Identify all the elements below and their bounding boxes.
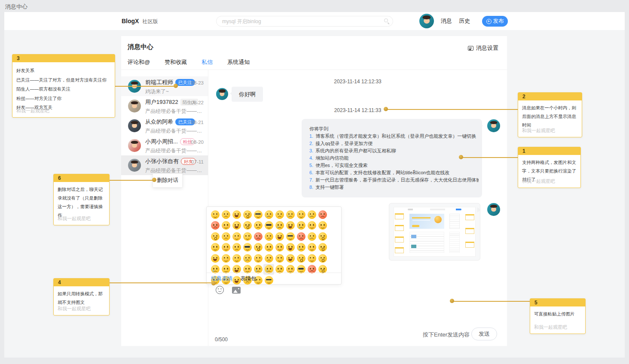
emoji[interactable]: [285, 253, 296, 264]
delete-conversation-menu-item[interactable]: 删除对话: [153, 174, 182, 187]
emoji[interactable]: [253, 253, 263, 264]
annotation-line: [110, 282, 214, 283]
publish-button[interactable]: 发布: [482, 16, 508, 27]
emoji-face-icon: [275, 243, 284, 252]
emoji[interactable]: [253, 209, 263, 220]
list-number: 5.: [309, 163, 313, 168]
emoji-face-icon: [286, 243, 295, 252]
app-header: BlogX社区版 消息 历史 发布: [4, 12, 625, 30]
emoji[interactable]: [220, 253, 231, 264]
message-list-item: 4.增加站内信功能: [309, 155, 479, 162]
emoji[interactable]: [263, 209, 274, 220]
message-settings-icon: [468, 46, 473, 51]
conversation-item[interactable]: 从众的阿希 已关注 08-21 产品经理必备干货——实用高效...: [121, 116, 208, 136]
emoji[interactable]: [242, 231, 253, 242]
user-avatar[interactable]: [419, 14, 434, 28]
emoji-face-icon: [265, 254, 273, 263]
nav-history[interactable]: 历史: [459, 12, 470, 30]
emoji[interactable]: [306, 220, 317, 231]
emoji[interactable]: [317, 220, 328, 231]
emoji[interactable]: [274, 231, 285, 242]
emoji[interactable]: [296, 253, 306, 264]
list-number: 3.: [309, 148, 313, 153]
emoji[interactable]: [253, 220, 263, 231]
emoji[interactable]: [306, 253, 317, 264]
conversation-item[interactable]: 小张小张自有... 好友 07-11 产品经理必备干货——实用高效...: [121, 155, 208, 175]
emoji-face-icon: [265, 210, 273, 219]
emoji[interactable]: [306, 242, 317, 253]
emoji[interactable]: [242, 253, 253, 264]
conversation-avatar: [128, 100, 141, 112]
emoji[interactable]: [242, 242, 253, 253]
emoji[interactable]: [220, 209, 231, 220]
emoji[interactable]: [253, 242, 263, 253]
emoji[interactable]: [263, 220, 274, 231]
emoji[interactable]: [210, 220, 220, 231]
emoji[interactable]: [285, 220, 296, 231]
conversation-item[interactable]: 小周小周招... 粉丝 08-20 产品经理必备干货——实用高效...: [121, 136, 208, 155]
nav-messages[interactable]: 消息: [441, 12, 452, 30]
emoji[interactable]: [296, 209, 306, 220]
tab[interactable]: 评论和@: [128, 58, 150, 70]
emoji[interactable]: [317, 231, 328, 242]
emoji-panel-tabs: 经典表情 表情包: [207, 273, 341, 284]
search-box: [216, 16, 393, 27]
emoji[interactable]: [231, 231, 242, 242]
emoji-panel-tab[interactable]: 表情包: [240, 275, 256, 282]
emoji-face-icon: [222, 243, 230, 252]
emoji[interactable]: [317, 242, 328, 253]
emoji[interactable]: [210, 253, 220, 264]
emoji[interactable]: [210, 242, 220, 253]
emoji-face-icon: [211, 254, 220, 263]
emoji[interactable]: [242, 220, 253, 231]
tab[interactable]: 赞和收藏: [165, 58, 187, 70]
image-upload-icon[interactable]: [232, 287, 241, 294]
emoji[interactable]: [263, 242, 274, 253]
emoji[interactable]: [220, 231, 231, 242]
emoji[interactable]: [231, 220, 242, 231]
emoji[interactable]: [317, 253, 328, 264]
emoji-face-icon: [254, 221, 263, 230]
emoji[interactable]: [285, 242, 296, 253]
emoji[interactable]: [210, 209, 220, 220]
search-input[interactable]: [216, 16, 393, 27]
emoji[interactable]: [220, 242, 231, 253]
message-tabs: 评论和@ 赞和收藏 私信 系统通知: [128, 58, 250, 70]
send-button[interactable]: 发送: [471, 328, 497, 340]
tab[interactable]: 系统通知: [227, 58, 250, 70]
emoji[interactable]: [231, 209, 242, 220]
annotation-text: 消息如果在一个小时内，则后面的消息上方不显示消息时间: [518, 100, 582, 129]
emoji[interactable]: [306, 209, 317, 220]
emoji[interactable]: [220, 220, 231, 231]
thumbnail-page: [394, 207, 476, 257]
emoji[interactable]: [242, 209, 253, 220]
conversation-item[interactable]: 用户1937822 陌生人 08-22 产品经理必备干货——实用高效...: [121, 96, 208, 116]
emoji-face-icon: [308, 232, 316, 241]
emoji[interactable]: [253, 231, 263, 242]
emoji[interactable]: [210, 231, 220, 242]
emoji[interactable]: [263, 253, 274, 264]
emoji[interactable]: [285, 231, 296, 242]
emoji[interactable]: [306, 231, 317, 242]
message-settings-button[interactable]: 消息设置: [468, 44, 498, 52]
emoji-face-icon: [222, 254, 230, 263]
emoji[interactable]: [296, 220, 306, 231]
emoji[interactable]: [274, 253, 285, 264]
message-ordered-list: 1.博客系统（管理员才能发文章）和社区系统（登录用户也能发文章）一键切换 2.接…: [309, 133, 479, 191]
emoji[interactable]: [231, 242, 242, 253]
emoji[interactable]: [285, 209, 296, 220]
emoji[interactable]: [296, 242, 306, 253]
chat-image-thumbnail[interactable]: [389, 203, 480, 261]
emoji[interactable]: [231, 253, 242, 264]
emoji-picker-icon[interactable]: [216, 286, 224, 294]
emoji[interactable]: [274, 220, 285, 231]
emoji[interactable]: [317, 209, 328, 220]
emoji[interactable]: [274, 209, 285, 220]
emoji[interactable]: [274, 242, 285, 253]
conversation-date: 08-21: [191, 120, 204, 125]
emoji[interactable]: [263, 231, 274, 242]
tab[interactable]: 私信: [202, 58, 213, 70]
emoji[interactable]: [296, 231, 306, 242]
emoji-face-icon: [243, 232, 252, 241]
search-icon[interactable]: [384, 18, 388, 22]
